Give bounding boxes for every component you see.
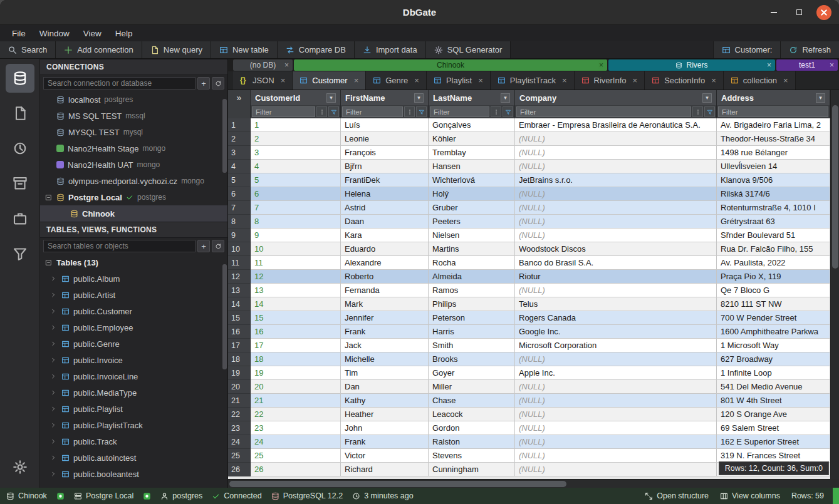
chevron-down-icon[interactable]: ▾ [702, 93, 712, 103]
connection-item-nano2health-uat[interactable]: Nano2Health UATmongo [40, 157, 227, 173]
table-row[interactable]: 66HelenaHolý(NULL)Rilská 3174/6 [228, 187, 830, 201]
expand-chevron-icon[interactable] [49, 324, 58, 331]
toolbar-button-compare-db[interactable]: Compare DB [278, 41, 355, 58]
table-item-public-customer[interactable]: public.Customer [40, 303, 227, 319]
toolbar-button-add-connection[interactable]: Add connection [56, 41, 142, 58]
table-row[interactable]: 1717JackSmithMicrosoft Corporation1 Micr… [228, 339, 830, 352]
table-item-public-playlisttrack[interactable]: public.PlaylistTrack [40, 417, 227, 433]
cell-company[interactable]: (NULL) [515, 284, 717, 297]
cell-firstname[interactable]: Heather [341, 408, 429, 421]
cell-address[interactable]: 1 Microsoft Way [717, 339, 830, 352]
horizontal-scrollbar[interactable] [228, 479, 830, 488]
cell-company[interactable]: (NULL) [515, 352, 717, 366]
cell-lastname[interactable]: Ramos [429, 284, 515, 297]
cell-lastname[interactable]: Brooks [429, 352, 515, 366]
cell-firstname[interactable]: FrantiĐek [341, 173, 429, 187]
cell-firstname[interactable]: Fernanda [341, 284, 429, 297]
activity-archive[interactable] [6, 169, 34, 198]
table-row[interactable]: 2323JohnGordon(NULL)69 Salem Street [228, 421, 830, 435]
row-number[interactable]: 25 [228, 449, 251, 463]
cell-customerid[interactable]: 18 [251, 352, 341, 366]
expand-chevron-icon[interactable] [49, 308, 58, 314]
cell-company[interactable]: (NULL) [515, 421, 717, 435]
table-row[interactable]: 1010EduardoMartinsWoodstock DiscosRua Dr… [228, 242, 830, 256]
status-chinook[interactable]: Chinook [6, 491, 47, 500]
filter-menu-button[interactable] [404, 106, 415, 117]
cell-lastname[interactable]: Miller [429, 380, 515, 394]
cell-lastname[interactable]: Ralston [429, 435, 515, 449]
table-row[interactable]: 1313FernandaRamos(NULL)Qe 7 Bloco G [228, 284, 830, 297]
cell-address[interactable]: 162 E Superior Street [717, 435, 830, 449]
cell-company[interactable]: Riotur [515, 270, 717, 284]
expand-chevron-icon[interactable] [49, 422, 58, 428]
table-item-public-album[interactable]: public.Album [40, 270, 227, 287]
grid-corner-button[interactable]: » [228, 90, 251, 105]
cell-customerid[interactable]: 2 [251, 132, 341, 146]
horizontal-scrollbar-thumb[interactable] [229, 481, 566, 487]
cell-address[interactable]: 8210 111 ST NW [717, 297, 830, 311]
tab-riverinfo[interactable]: RiverInfo× [575, 71, 645, 90]
status-open-structure[interactable]: Open structure [645, 491, 709, 500]
cell-customerid[interactable]: 1 [251, 118, 341, 132]
tab-json[interactable]: {}JSON× [233, 71, 293, 90]
filter-input-firstname[interactable] [342, 106, 403, 117]
row-number[interactable]: 22 [228, 408, 251, 421]
tab-genre[interactable]: Genre× [366, 71, 427, 90]
table-row[interactable]: 1212RobertoAlmeidaRioturPraça Pio X, 119 [228, 270, 830, 284]
cell-customerid[interactable]: 15 [251, 311, 341, 325]
table-item-public-mediatype[interactable]: public.MediaType [40, 384, 227, 401]
tab-customer[interactable]: Customer× [293, 71, 366, 90]
cell-company[interactable]: (NULL) [515, 132, 717, 146]
tables-scrollbar[interactable] [222, 264, 227, 369]
row-number[interactable]: 26 [228, 463, 251, 476]
activity-file[interactable] [6, 99, 34, 128]
cell-address[interactable]: 627 Broadway [717, 352, 830, 366]
cell-firstname[interactable]: Dan [341, 380, 429, 394]
expand-chevron-icon[interactable] [49, 438, 58, 445]
status-postgres[interactable]: postgres [160, 491, 202, 500]
status-connected[interactable]: Connected [212, 491, 261, 500]
cell-customerid[interactable]: 26 [251, 463, 341, 476]
toolbar-button-new-query[interactable]: New query [142, 41, 211, 58]
toolbar-button-search[interactable]: Search [0, 41, 56, 58]
table-item-public-track[interactable]: public.Track [40, 433, 227, 450]
database-group-no-db[interactable]: (no DB)× [233, 59, 293, 71]
toolbar-button-sql-generator[interactable]: SQL Generator [426, 41, 511, 58]
cell-address[interactable]: 541 Del Medio Avenue [717, 380, 830, 394]
vertical-scrollbar-thumb[interactable] [832, 105, 838, 269]
close-icon[interactable]: × [414, 76, 419, 85]
cell-customerid[interactable]: 22 [251, 408, 341, 421]
connection-item-mysql-test[interactable]: MYSQL TESTmysql [40, 124, 227, 140]
cell-firstname[interactable]: François [341, 146, 429, 160]
toolbar-button-import-data[interactable]: Import data [355, 41, 426, 58]
expand-chevron-icon[interactable] [49, 292, 58, 298]
table-row[interactable]: 55FrantiĐekWichterlováJetBrains s.r.o.Kl… [228, 173, 830, 187]
cell-firstname[interactable]: Leonie [341, 132, 429, 146]
maximize-button[interactable] [791, 5, 806, 20]
chevron-down-icon[interactable]: ▾ [816, 93, 825, 103]
cell-lastname[interactable]: Philips [429, 297, 515, 311]
activity-filter[interactable] [6, 239, 34, 268]
menu-item-file[interactable]: File [6, 28, 31, 39]
row-number[interactable]: 13 [228, 284, 251, 297]
cell-lastname[interactable]: Martins [429, 242, 515, 256]
cell-lastname[interactable]: Chase [429, 394, 515, 408]
table-row[interactable]: 99KaraNielsen(NULL)Sřnder Boulevard 51 [228, 229, 830, 242]
filter-funnel-button[interactable] [704, 106, 715, 117]
table-row[interactable]: 1111AlexandreRochaBanco do Brasil S.A.Av… [228, 256, 830, 270]
close-icon[interactable]: × [599, 61, 603, 69]
cell-customerid[interactable]: 3 [251, 146, 341, 160]
row-number[interactable]: 18 [228, 352, 251, 366]
row-number[interactable]: 21 [228, 394, 251, 408]
connections-scrollbar[interactable] [222, 99, 227, 173]
close-icon[interactable]: × [783, 76, 788, 85]
column-header-address[interactable]: Address▾ [717, 90, 830, 105]
cell-address[interactable]: 801 W 4th Street [717, 394, 830, 408]
expand-chevron-icon[interactable] [49, 389, 58, 396]
cell-lastname[interactable]: Leacock [429, 408, 515, 421]
filter-menu-button[interactable] [316, 106, 327, 117]
table-item-public-playlist[interactable]: public.Playlist [40, 401, 227, 417]
expand-chevron-icon[interactable] [49, 341, 58, 347]
cell-company[interactable]: (NULL) [515, 449, 717, 463]
expand-chevron-icon[interactable] [49, 471, 58, 477]
